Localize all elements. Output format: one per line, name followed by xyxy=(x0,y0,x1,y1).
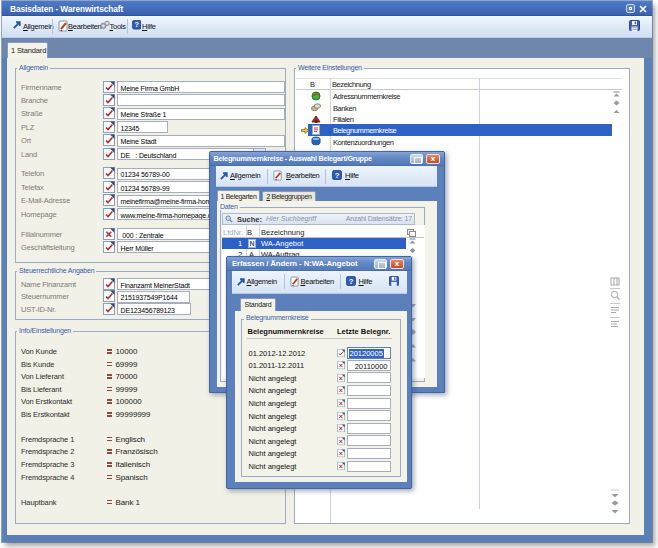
svg-text:?: ? xyxy=(335,171,340,180)
svg-text:N: N xyxy=(249,240,254,247)
svg-text:?: ? xyxy=(134,20,139,29)
svg-text:?: ? xyxy=(348,277,353,286)
